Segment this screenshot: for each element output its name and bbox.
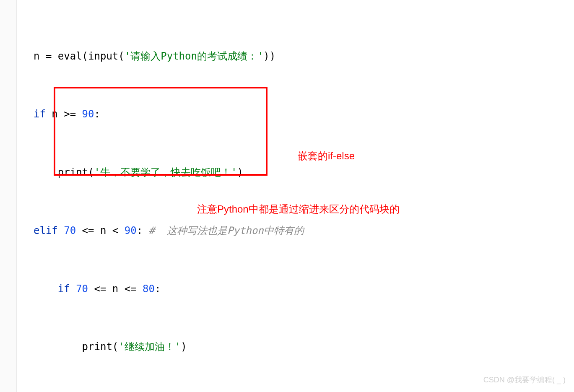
- annotation-indent-note: 注意Python中都是通过缩进来区分的代码块的: [197, 200, 400, 218]
- gutter: [0, 0, 17, 392]
- watermark: CSDN @我要学编程( _ ): [483, 373, 566, 387]
- annotation-nested-label: 嵌套的if-else: [298, 147, 355, 165]
- code-editor[interactable]: n = eval(input('请输入Python的考试成绩：')) if n …: [0, 0, 574, 392]
- code-text: n =: [34, 47, 58, 65]
